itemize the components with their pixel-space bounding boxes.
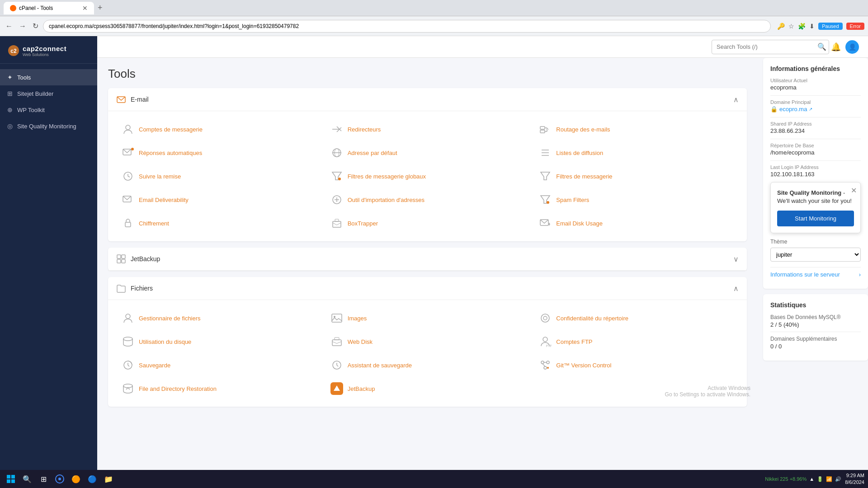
tool-images[interactable]: Images [325, 307, 530, 329]
taskbar-explorer-button[interactable]: 📁 [101, 472, 116, 486]
taskbar-search-button[interactable]: 🔍 [20, 472, 34, 486]
theme-select[interactable]: jupiter paper_lantern [770, 248, 861, 262]
tool-outil-importation[interactable]: Outil d'importation d'adresses [325, 189, 530, 211]
svg-rect-42 [122, 259, 125, 263]
tool-adresse-defaut[interactable]: Adresse par défaut [325, 142, 530, 164]
user-avatar[interactable]: 👤 [845, 40, 859, 54]
taskbar-task-view-button[interactable]: ⊞ [36, 472, 51, 486]
email-section-header[interactable]: E-mail ∧ [108, 88, 747, 111]
tool-gestionnaire-fichiers[interactable]: Gestionnaire de fichiers [116, 307, 321, 329]
tool-confidentialite-repertoire[interactable]: Confidentialité du répertoire [533, 307, 739, 329]
routage-emails-label: Routage des e-mails [556, 126, 610, 133]
tool-jetbackup-fichiers[interactable]: JetBackup [325, 378, 530, 399]
stock-ticker: Nikkei 225 +8.96% [765, 476, 807, 482]
sidebar-item-sitejet[interactable]: ⊞ Sitejet Builder [0, 85, 97, 102]
tool-git-version-control[interactable]: Git™ Version Control [533, 354, 739, 376]
comptes-ftp-label: Comptes FTP [556, 338, 592, 345]
shared-ip-label: Shared IP Address [770, 121, 861, 127]
tool-utilisation-disque[interactable]: Utilisation du disque [116, 331, 321, 352]
email-deliverability-label: Email Deliverability [139, 197, 189, 203]
svg-marker-26 [541, 172, 550, 180]
address-bar[interactable] [43, 20, 771, 33]
tool-routage-emails[interactable]: Routage des e-mails [533, 118, 739, 140]
tool-comptes-ftp[interactable]: FTP Comptes FTP [533, 331, 739, 352]
server-info-link[interactable]: Informations sur le serveur › [770, 267, 861, 282]
tool-listes-diffusion[interactable]: Listes de diffusion [533, 142, 739, 164]
download-icon[interactable]: ⬇ [809, 23, 815, 30]
tool-filtres-globaux[interactable]: Filtres de messagerie globaux [325, 165, 530, 187]
stock-value: +8.96% [790, 476, 807, 482]
notifications-button[interactable]: 🔔 [831, 42, 841, 52]
tool-email-deliverability[interactable]: Email Deliverability [116, 189, 321, 211]
tool-file-directory-restoration[interactable]: File and Directory Restoration [116, 378, 321, 399]
info-card-title: Informations générales [770, 65, 861, 72]
tool-boxtrapper[interactable]: BoxTrapper [325, 212, 530, 234]
git-version-control-label: Git™ Version Control [556, 362, 611, 369]
taskbar-app1-button[interactable]: 🟠 [69, 472, 83, 486]
bookmark-icon[interactable]: ☆ [788, 23, 794, 30]
jetbackup-section-header[interactable]: JetBackup ∨ [108, 248, 747, 271]
search-button[interactable]: 🔍 [817, 42, 826, 51]
images-icon [330, 311, 344, 325]
taskbar-date-value: 8/6/2024 [845, 479, 864, 486]
back-button[interactable]: ← [4, 20, 14, 32]
sidebar-item-tools[interactable]: ✦ Tools [0, 69, 97, 85]
tool-web-disk[interactable]: Web Disk [325, 331, 530, 352]
start-button[interactable] [4, 472, 18, 486]
email-section-label: E-mail [131, 96, 149, 103]
tab-close-button[interactable]: ✕ [82, 5, 88, 12]
email-disk-usage-label: Email Disk Usage [556, 220, 603, 227]
filtres-msg-icon [538, 169, 552, 183]
password-icon[interactable]: 🔑 [777, 23, 785, 30]
extensions-icon[interactable]: 🧩 [798, 23, 806, 30]
suivre-icon [121, 169, 135, 183]
tool-comptes-messagerie[interactable]: Comptes de messagerie [116, 118, 321, 140]
confidentialite-icon [538, 311, 552, 325]
tool-suivre-remise[interactable]: Suivre la remise [116, 165, 321, 187]
tool-filtres-messagerie[interactable]: Filtres de messagerie [533, 165, 739, 187]
domains-sup-stat-row: Domaines Supplémentaires 0 / 0 [770, 336, 861, 350]
fichiers-section-title-group: Fichiers [116, 283, 153, 293]
domain-label: Domaine Principal [770, 99, 861, 105]
start-monitoring-button[interactable]: Start Monitoring [777, 211, 854, 226]
tool-chiffrement[interactable]: Chiffrement [116, 212, 321, 234]
new-tab-button[interactable]: + [98, 3, 103, 13]
taskbar-app2-button[interactable]: 🔵 [85, 472, 99, 486]
general-info-card: Informations générales Utilisateur Actue… [763, 58, 868, 289]
sidebar-item-site-quality[interactable]: ◎ Site Quality Monitoring [0, 118, 97, 134]
paused-badge: Paused [818, 23, 842, 30]
popup-close-button[interactable]: ✕ [851, 186, 857, 195]
tool-spam-filters[interactable]: Spam Filters [533, 189, 739, 211]
reload-button[interactable]: ↻ [31, 20, 40, 32]
tool-reponses-auto[interactable]: Réponses automatiques [116, 142, 321, 164]
svg-rect-7 [540, 127, 545, 129]
email-section: E-mail ∧ Comptes de messagerie [108, 88, 747, 241]
tool-assistant-sauvegarde[interactable]: Assistant de sauvegarde [325, 354, 530, 376]
redirecteurs-label: Redirecteurs [348, 126, 381, 133]
fichiers-section-header[interactable]: Fichiers ∧ [108, 277, 747, 300]
tool-redirecteurs[interactable]: Redirecteurs [325, 118, 530, 140]
svg-rect-63 [11, 475, 15, 479]
tool-email-disk-usage[interactable]: Email Disk Usage [533, 212, 739, 234]
file-restoration-icon [121, 381, 135, 396]
tool-sauvegarde[interactable]: Sauvegarde [116, 354, 321, 376]
utilisation-disque-icon [121, 334, 135, 349]
forward-button[interactable]: → [17, 20, 28, 32]
wp-icon: ⊕ [7, 106, 13, 113]
last-login-label: Last Login IP Address [770, 164, 861, 170]
shared-ip-value: 23.88.66.234 [770, 127, 861, 134]
sidebar-item-wp-toolkit[interactable]: ⊕ WP Toolkit [0, 102, 97, 118]
svg-rect-41 [117, 259, 121, 263]
top-header: 🔍 🔔 👤 [97, 36, 868, 58]
svg-rect-44 [332, 314, 342, 322]
search-tools-input[interactable] [712, 40, 829, 54]
filtres-globaux-icon [330, 169, 344, 183]
email-section-icon [116, 94, 126, 104]
taskbar-chrome-button[interactable] [52, 472, 67, 486]
sitejet-icon: ⊞ [7, 90, 13, 97]
browser-tab[interactable]: cPanel - Tools ✕ [4, 2, 94, 14]
external-link-icon: ↗ [809, 107, 812, 112]
domain-link[interactable]: 🔒 ecopro.ma ↗ [770, 106, 861, 113]
svg-point-25 [338, 178, 341, 180]
quality-popup-text: Site Quality Monitoring - We'll watch yo… [777, 189, 854, 205]
